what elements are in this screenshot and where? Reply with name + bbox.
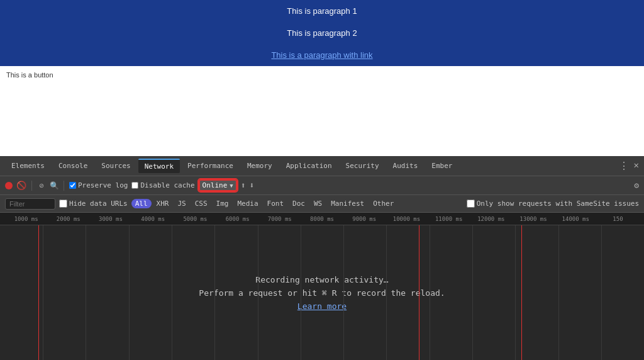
gridline-11: [472, 225, 473, 360]
tick-10000: 10000 ms: [386, 216, 428, 222]
tick-5000: 5000 ms: [174, 216, 216, 222]
tab-ember[interactable]: Ember: [425, 159, 458, 172]
preserve-log-text: Preserve log: [78, 181, 128, 189]
only-samesite-label[interactable]: Only show requests with SameSite issues: [467, 200, 639, 208]
disable-cache-label[interactable]: Disable cache: [131, 181, 194, 189]
more-icon[interactable]: ⋮: [619, 160, 629, 172]
tick-6000: 6000 ms: [216, 216, 258, 222]
timeline-bar: 1000 ms 2000 ms 3000 ms 4000 ms 5000 ms …: [0, 213, 644, 225]
gridline-3: [129, 225, 130, 360]
tick-12000: 12000 ms: [470, 216, 512, 222]
red-marker-2: [419, 225, 419, 360]
gridline-2: [86, 225, 86, 360]
only-samesite-checkbox[interactable]: [467, 200, 475, 208]
tab-console[interactable]: Console: [52, 159, 94, 172]
disable-cache-text: Disable cache: [140, 181, 194, 189]
network-waterfall-area: Recording network activity… Perform a re…: [0, 225, 644, 360]
devtools-toolbar: 🚫 ⊘ 🔍 Preserve log Disable cache Online …: [0, 176, 644, 195]
waterfall-grid: [0, 225, 644, 360]
search-icon[interactable]: 🔍: [50, 181, 58, 190]
filter-chip-doc[interactable]: Doc: [289, 199, 309, 208]
tab-performance[interactable]: Performance: [181, 159, 240, 172]
filter-chip-media[interactable]: Media: [233, 199, 262, 208]
filter-chip-ws[interactable]: WS: [310, 199, 326, 208]
gridline-9: [386, 225, 387, 360]
filter-chip-manifest[interactable]: Manifest: [327, 199, 368, 208]
only-samesite-text: Only show requests with SameSite issues: [477, 200, 639, 208]
tick-4000: 4000 ms: [132, 216, 174, 222]
paragraph-link-bar: This is a paragraph with link: [0, 44, 644, 66]
dropdown-arrow-icon: ▼: [230, 183, 233, 189]
gridline-8: [343, 225, 344, 360]
tick-3000: 3000 ms: [89, 216, 131, 222]
devtools-panel: Elements Console Sources Network Perform…: [0, 156, 644, 360]
red-marker-1: [38, 225, 39, 360]
gridline-7: [301, 225, 301, 360]
export-icon[interactable]: ⬇: [250, 181, 255, 190]
toolbar-sep-2: [64, 181, 64, 191]
record-button[interactable]: [5, 182, 13, 189]
devtools-tabs: Elements Console Sources Network Perform…: [0, 156, 644, 176]
devtools-icons-right: ⋮ ✕: [619, 160, 639, 172]
filter-bar: Hide data URLs All XHR JS CSS Img Media …: [0, 195, 644, 213]
import-icon[interactable]: ⬆: [241, 181, 246, 190]
hide-data-urls-checkbox[interactable]: [59, 200, 67, 208]
tick-11000: 11000 ms: [428, 216, 470, 222]
tick-2000: 2000 ms: [47, 216, 89, 222]
tab-sources[interactable]: Sources: [95, 159, 136, 172]
gridline-13: [558, 225, 559, 360]
tick-9000: 9000 ms: [343, 216, 386, 222]
filter-chip-css[interactable]: CSS: [191, 199, 211, 208]
timeline-ticks: 1000 ms 2000 ms 3000 ms 4000 ms 5000 ms …: [0, 216, 644, 222]
tick-7000: 7000 ms: [258, 216, 301, 222]
close-icon[interactable]: ✕: [634, 160, 639, 172]
paragraph1-text: This is paragraph 1: [287, 6, 357, 16]
preserve-log-label[interactable]: Preserve log: [69, 181, 128, 189]
button-row: This is a button: [0, 66, 644, 84]
tab-elements[interactable]: Elements: [5, 159, 51, 172]
paragraph2-bar: This is paragraph 2: [0, 22, 644, 44]
paragraph-link[interactable]: This is a paragraph with link: [271, 50, 372, 60]
hide-data-urls-label[interactable]: Hide data URLs: [59, 200, 128, 208]
gridline-1: [43, 225, 43, 360]
disable-cache-checkbox[interactable]: [131, 182, 138, 189]
tick-150: 150: [597, 216, 639, 222]
tick-1000: 1000 ms: [5, 216, 47, 222]
tab-audits[interactable]: Audits: [387, 159, 425, 172]
tab-application[interactable]: Application: [280, 159, 338, 172]
red-marker-3: [521, 225, 522, 360]
gridline-6: [258, 225, 258, 360]
tick-13000: 13000 ms: [512, 216, 554, 222]
paragraph2-text: This is paragraph 2: [287, 28, 357, 38]
gridline-12: [515, 225, 516, 360]
preserve-log-checkbox[interactable]: [69, 182, 76, 189]
tab-network[interactable]: Network: [138, 159, 180, 173]
tab-memory[interactable]: Memory: [241, 159, 279, 172]
online-label: Online: [203, 181, 228, 189]
filter-chip-img[interactable]: Img: [213, 199, 233, 208]
filter-chips: All XHR JS CSS Img Media Font Doc WS Man…: [131, 199, 398, 208]
gridline-4: [172, 225, 172, 360]
gridline-14: [601, 225, 602, 360]
filter-chip-font[interactable]: Font: [264, 199, 288, 208]
tick-14000: 14000 ms: [555, 216, 597, 222]
network-waterfall: Recording network activity… Perform a re…: [0, 225, 644, 360]
filter-icon[interactable]: ⊘: [37, 181, 46, 190]
tab-security[interactable]: Security: [340, 159, 386, 172]
button-label: This is a button: [6, 71, 53, 79]
hide-data-urls-text: Hide data URLs: [69, 200, 128, 208]
tick-8000: 8000 ms: [301, 216, 343, 222]
filter-chip-js[interactable]: JS: [174, 199, 189, 208]
page-content: This is paragraph 1 This is paragraph 2 …: [0, 0, 644, 156]
gridline-5: [214, 225, 215, 360]
filter-chip-other[interactable]: Other: [369, 199, 397, 208]
gridline-10: [430, 225, 430, 360]
filter-input[interactable]: [5, 198, 55, 210]
clear-icon[interactable]: 🚫: [16, 181, 26, 190]
filter-chip-xhr[interactable]: XHR: [153, 199, 173, 208]
settings-icon[interactable]: ⚙: [634, 181, 639, 190]
online-dropdown[interactable]: Online ▼: [199, 179, 237, 191]
toolbar-sep-1: [31, 181, 32, 191]
paragraph1-bar: This is paragraph 1: [0, 0, 644, 22]
filter-chip-all[interactable]: All: [131, 199, 152, 208]
